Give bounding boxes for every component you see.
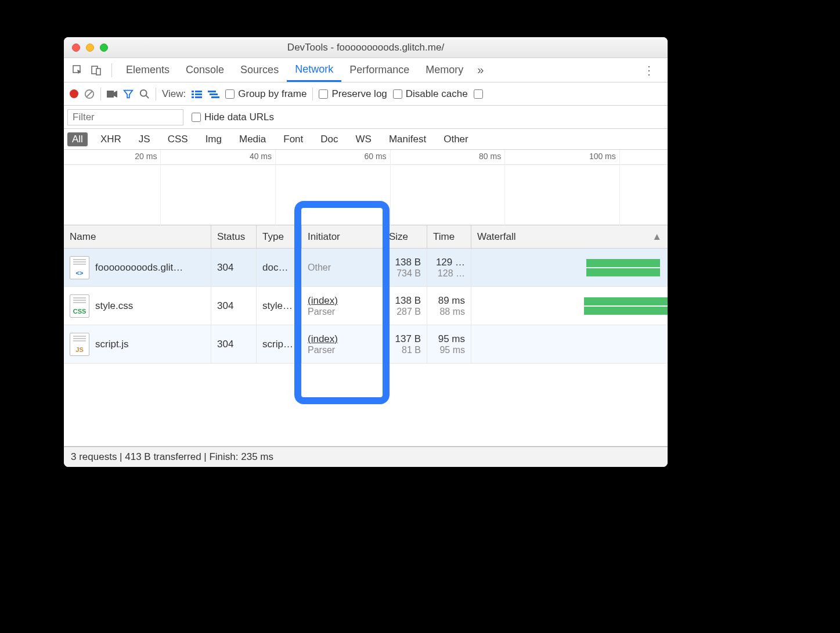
type-filter-xhr[interactable]: XHR xyxy=(96,132,126,146)
column-initiator[interactable]: Initiator xyxy=(302,225,383,248)
inspect-icon[interactable] xyxy=(72,64,84,76)
svg-rect-2 xyxy=(96,69,100,75)
large-rows-icon[interactable] xyxy=(192,90,202,98)
disable-cache-checkbox[interactable]: Disable cache xyxy=(393,88,468,100)
waterfall-bar xyxy=(584,297,667,305)
svg-rect-16 xyxy=(211,96,219,98)
type-filters: AllXHRJSCSSImgMediaFontDocWSManifestOthe… xyxy=(64,129,668,150)
tab-network[interactable]: Network xyxy=(287,58,341,82)
tab-memory[interactable]: Memory xyxy=(417,58,471,82)
type-filter-media[interactable]: Media xyxy=(235,132,271,146)
cell-status: 304 xyxy=(211,287,257,325)
tabs-overflow-icon[interactable]: » xyxy=(471,63,489,77)
preserve-log-checkbox[interactable]: Preserve log xyxy=(319,88,387,100)
svg-rect-5 xyxy=(107,91,114,98)
type-filter-other[interactable]: Other xyxy=(439,132,473,146)
cell-type: doc… xyxy=(257,249,302,286)
separator xyxy=(156,88,156,100)
type-filter-ws[interactable]: WS xyxy=(351,132,376,146)
devtools-window: DevTools - fooooooooods.glitch.me/ Eleme… xyxy=(64,37,668,467)
camera-icon[interactable] xyxy=(107,90,117,98)
table-header: NameStatusTypeInitiatorSizeTimeWaterfall… xyxy=(64,225,668,249)
cell-waterfall xyxy=(471,325,668,363)
tab-console[interactable]: Console xyxy=(178,58,232,82)
column-time[interactable]: Time xyxy=(427,225,471,248)
column-size[interactable]: Size xyxy=(383,225,427,248)
svg-rect-10 xyxy=(192,93,194,95)
window-title: DevTools - fooooooooods.glitch.me/ xyxy=(64,42,668,53)
svg-rect-14 xyxy=(208,91,216,92)
svg-line-7 xyxy=(146,95,149,98)
type-filter-js[interactable]: JS xyxy=(134,132,155,146)
group-by-frame-label: Group by frame xyxy=(238,88,307,100)
cell-time: 89 ms88 ms xyxy=(427,287,471,325)
type-filter-doc[interactable]: Doc xyxy=(316,132,343,146)
svg-rect-11 xyxy=(195,93,202,95)
filter-icon[interactable] xyxy=(123,89,134,99)
svg-rect-9 xyxy=(195,91,202,92)
svg-point-6 xyxy=(140,89,147,96)
titlebar: DevTools - fooooooooods.glitch.me/ xyxy=(64,37,668,58)
cell-name: JSscript.js xyxy=(64,325,211,363)
device-icon[interactable] xyxy=(91,64,102,76)
cell-size: 138 B734 B xyxy=(383,249,427,286)
search-icon[interactable] xyxy=(139,89,150,99)
requests-table: NameStatusTypeInitiatorSizeTimeWaterfall… xyxy=(64,225,668,446)
initiator-link[interactable]: (index) xyxy=(308,295,338,306)
network-toolbar: View: Group by frame Preserve log Disabl… xyxy=(64,82,668,106)
timeline-overview[interactable]: 20 ms40 ms60 ms80 ms100 ms xyxy=(64,150,668,225)
filter-input[interactable] xyxy=(67,109,183,125)
doc-file-icon: <> xyxy=(70,256,89,279)
svg-rect-15 xyxy=(210,93,218,95)
cell-size: 138 B287 B xyxy=(383,287,427,325)
type-filter-css[interactable]: CSS xyxy=(163,132,193,146)
tab-sources[interactable]: Sources xyxy=(232,58,287,82)
group-by-frame-checkbox[interactable]: Group by frame xyxy=(225,88,307,100)
request-name: script.js xyxy=(95,339,129,350)
clear-icon[interactable] xyxy=(84,89,95,99)
preserve-log-label: Preserve log xyxy=(331,88,387,100)
record-button[interactable] xyxy=(70,89,78,98)
cell-type: scrip… xyxy=(257,325,302,363)
cell-name: CSSstyle.css xyxy=(64,287,211,325)
table-row[interactable]: JSscript.js304scrip…(index)Parser137 B81… xyxy=(64,325,668,364)
svg-rect-8 xyxy=(192,91,194,92)
request-name: fooooooooods.glit… xyxy=(95,262,183,274)
css-file-icon: CSS xyxy=(70,294,89,318)
table-row[interactable]: <>fooooooooods.glit…304doc…Other138 B734… xyxy=(64,249,668,287)
initiator-link[interactable]: (index) xyxy=(308,333,338,344)
disable-cache-label: Disable cache xyxy=(406,88,468,100)
waterfall-bar xyxy=(586,259,660,267)
cell-time: 95 ms95 ms xyxy=(427,325,471,363)
cell-initiator: Other xyxy=(302,249,383,286)
initiator-sub: Parser xyxy=(308,345,377,355)
separator xyxy=(111,63,112,77)
cell-initiator: (index)Parser xyxy=(302,325,383,363)
overview-icon[interactable] xyxy=(208,90,219,98)
table-body: <>fooooooooods.glit…304doc…Other138 B734… xyxy=(64,249,668,364)
summary-bar: 3 requests | 413 B transferred | Finish:… xyxy=(64,446,668,467)
column-name[interactable]: Name xyxy=(64,225,211,248)
column-waterfall[interactable]: Waterfall▲ xyxy=(471,225,668,248)
column-status[interactable]: Status xyxy=(211,225,257,248)
offline-checkbox[interactable] xyxy=(474,89,485,99)
cell-time: 129 …128 … xyxy=(427,249,471,286)
sort-icon: ▲ xyxy=(652,231,662,243)
tab-elements[interactable]: Elements xyxy=(118,58,178,82)
type-filter-img[interactable]: Img xyxy=(201,132,226,146)
type-filter-manifest[interactable]: Manifest xyxy=(384,132,431,146)
hide-data-urls-checkbox[interactable]: Hide data URLs xyxy=(192,112,274,123)
table-row[interactable]: CSSstyle.css304style…(index)Parser138 B2… xyxy=(64,287,668,325)
filter-bar: Hide data URLs xyxy=(64,106,668,129)
cell-size: 137 B81 B xyxy=(383,325,427,363)
type-filter-all[interactable]: All xyxy=(67,132,88,146)
more-menu-icon[interactable]: ⋮ xyxy=(635,63,663,77)
type-filter-font[interactable]: Font xyxy=(279,132,308,146)
tab-performance[interactable]: Performance xyxy=(341,58,417,82)
view-label: View: xyxy=(162,88,186,100)
column-type[interactable]: Type xyxy=(257,225,302,248)
svg-rect-12 xyxy=(192,96,194,98)
js-file-icon: JS xyxy=(70,333,89,356)
cell-name: <>fooooooooods.glit… xyxy=(64,249,211,286)
separator xyxy=(100,88,101,100)
